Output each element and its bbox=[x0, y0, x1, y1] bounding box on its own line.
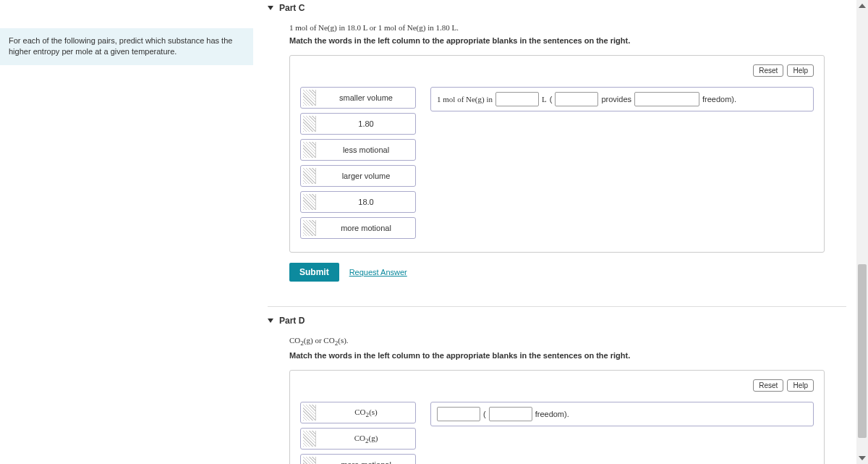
blank-slot-1[interactable] bbox=[495, 92, 539, 106]
tile-smaller-volume[interactable]: smaller volume bbox=[300, 87, 416, 109]
scroll-down-arrow-icon[interactable] bbox=[856, 452, 868, 464]
divider bbox=[268, 306, 846, 307]
part-c-body: 1 mol of Ne(g) in 18.0 L or 1 mol of Ne(… bbox=[268, 16, 846, 296]
help-button[interactable]: Help bbox=[787, 379, 814, 392]
blank-slot-d1[interactable] bbox=[437, 407, 480, 421]
drag-handle-icon bbox=[303, 194, 316, 210]
tile-co2-s[interactable]: CO2(s) bbox=[300, 402, 416, 423]
tile-larger-volume[interactable]: larger volume bbox=[300, 165, 416, 187]
drag-handle-icon bbox=[303, 142, 316, 158]
main-content: Part C 1 mol of Ne(g) in 18.0 L or 1 mol… bbox=[268, 0, 846, 464]
part-d-body: CO2(g) or CO2(s). Match the words in the… bbox=[268, 329, 846, 464]
part-d-match-box: Reset Help CO2(s) CO2(g) more motional l… bbox=[289, 370, 825, 464]
part-c-sentence: 1 mol of Ne(g) in L ( provides freedom). bbox=[430, 87, 814, 111]
question-context-panel: For each of the following pairs, predict… bbox=[0, 28, 253, 65]
part-c-prompt: 1 mol of Ne(g) in 18.0 L or 1 mol of Ne(… bbox=[289, 23, 825, 32]
tile-more-motional[interactable]: more motional bbox=[300, 217, 416, 239]
tile-co2-g[interactable]: CO2(g) bbox=[300, 428, 416, 450]
tile-less-motional[interactable]: less motional bbox=[300, 139, 416, 161]
drag-handle-icon bbox=[303, 457, 316, 464]
part-d-sentence: ( freedom). bbox=[430, 402, 814, 426]
context-text: For each of the following pairs, predict… bbox=[9, 36, 232, 56]
scroll-thumb[interactable] bbox=[858, 264, 867, 438]
drag-handle-icon bbox=[303, 90, 316, 106]
part-d-instruction: Match the words in the left column to th… bbox=[289, 351, 825, 360]
part-d-tile-column: CO2(s) CO2(g) more motional less motiona… bbox=[300, 402, 416, 464]
part-c-title: Part C bbox=[279, 3, 305, 13]
scroll-up-arrow-icon[interactable] bbox=[856, 0, 868, 12]
request-answer-link[interactable]: Request Answer bbox=[349, 268, 407, 277]
part-c-submit-row: Submit Request Answer bbox=[289, 263, 825, 282]
tile-1-80[interactable]: 1.80 bbox=[300, 113, 416, 135]
part-c-match-box: Reset Help smaller volume 1.80 less moti… bbox=[289, 55, 825, 253]
submit-button[interactable]: Submit bbox=[289, 263, 339, 282]
tile-18-0[interactable]: 18.0 bbox=[300, 191, 416, 213]
vertical-scrollbar[interactable] bbox=[856, 0, 868, 464]
reset-button[interactable]: Reset bbox=[753, 64, 783, 77]
part-c-header[interactable]: Part C bbox=[268, 0, 846, 16]
drag-handle-icon bbox=[303, 116, 316, 132]
part-c-instruction: Match the words in the left column to th… bbox=[289, 36, 825, 45]
part-d-prompt: CO2(g) or CO2(s). bbox=[289, 336, 825, 347]
tile-more-motional-d[interactable]: more motional bbox=[300, 454, 416, 464]
blank-slot-d2[interactable] bbox=[489, 407, 532, 421]
drag-handle-icon bbox=[303, 220, 316, 236]
part-d-title: Part D bbox=[279, 316, 305, 326]
caret-down-icon bbox=[268, 319, 273, 323]
drag-handle-icon bbox=[303, 431, 316, 447]
help-button[interactable]: Help bbox=[787, 64, 814, 77]
part-d-header[interactable]: Part D bbox=[268, 313, 846, 329]
caret-down-icon bbox=[268, 6, 273, 10]
part-c-sentence-area: 1 mol of Ne(g) in L ( provides freedom). bbox=[430, 87, 814, 239]
reset-button[interactable]: Reset bbox=[753, 379, 783, 392]
part-d-sentence-area: ( freedom). bbox=[430, 402, 814, 464]
drag-handle-icon bbox=[303, 405, 316, 421]
blank-slot-2[interactable] bbox=[555, 92, 598, 106]
drag-handle-icon bbox=[303, 168, 316, 184]
blank-slot-3[interactable] bbox=[634, 92, 699, 106]
part-c-tile-column: smaller volume 1.80 less motional larger… bbox=[300, 87, 416, 239]
